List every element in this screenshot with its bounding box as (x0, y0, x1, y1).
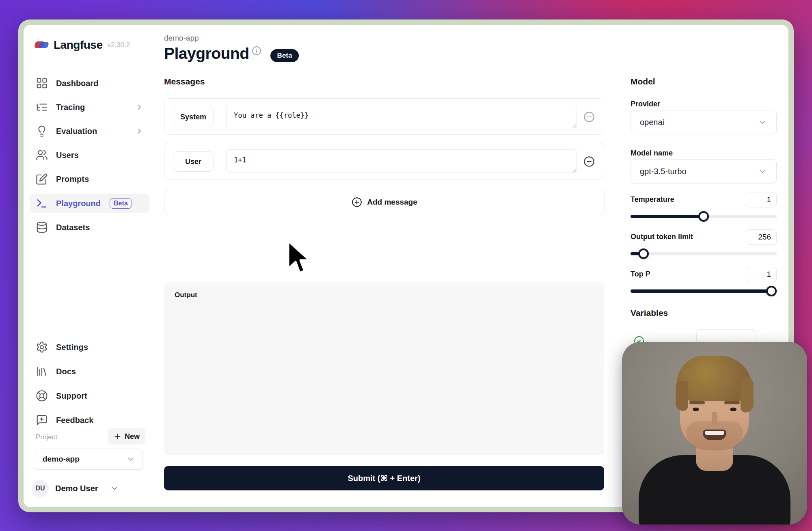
app-logo: Langfuse v2.30.2 (35, 39, 130, 52)
sidebar-item-label: Playground (56, 199, 101, 208)
sidebar-item-support[interactable]: Support (30, 386, 149, 406)
sidebar-item-label: Evaluation (56, 127, 97, 136)
users-icon (36, 149, 48, 161)
sidebar-item-feedback[interactable]: Feedback (30, 410, 149, 430)
model-name-value: gpt-3.5-turbo (640, 167, 687, 176)
lifebuoy-icon (36, 390, 48, 402)
dashboard-icon (36, 77, 48, 89)
chevron-down-icon (126, 455, 135, 464)
page-title: Playground (164, 45, 249, 63)
sidebar-item-label: Users (56, 151, 79, 160)
sidebar: Langfuse v2.30.2 Dashboard Tracing Evalu… (24, 25, 156, 507)
provider-label: Provider (631, 100, 660, 108)
sidebar-item-label: Settings (56, 343, 88, 352)
user-name: Demo User (55, 484, 98, 493)
sidebar-item-settings[interactable]: Settings (30, 337, 149, 357)
messages-heading: Messages (164, 77, 205, 86)
temperature-slider[interactable] (631, 211, 777, 222)
project-label: Project (36, 433, 57, 441)
message-content-input[interactable]: 1+1 (226, 149, 577, 173)
role-button[interactable]: System (173, 107, 214, 127)
temperature-value-input[interactable]: 1 (746, 192, 777, 207)
sidebar-item-users[interactable]: Users (30, 145, 149, 165)
minus-circle-icon (583, 111, 595, 123)
screen: Langfuse v2.30.2 Dashboard Tracing Evalu… (0, 0, 812, 531)
breadcrumb: demo-app (164, 34, 199, 43)
sidebar-item-label: Docs (56, 367, 76, 376)
output-token-limit-slider[interactable] (631, 248, 777, 259)
output-token-limit-label: Output token limit (631, 233, 693, 241)
avatar: DU (32, 480, 49, 497)
tracing-icon (36, 101, 48, 113)
new-project-label: New (125, 432, 140, 441)
sidebar-item-label: Datasets (56, 223, 90, 232)
plus-icon (113, 432, 121, 440)
webcam-overlay (622, 342, 807, 525)
top-p-value-input[interactable]: 1 (746, 267, 777, 282)
minus-circle-icon (583, 156, 595, 167)
feedback-icon (36, 414, 48, 426)
role-button[interactable]: User (173, 151, 214, 172)
sidebar-item-playground[interactable]: Playground Beta (30, 194, 149, 213)
submit-label: Submit (⌘ + Enter) (348, 473, 420, 483)
output-label: Output (175, 291, 197, 299)
sidebar-item-label: Feedback (56, 416, 93, 425)
sidebar-item-tracing[interactable]: Tracing (30, 97, 149, 117)
chevron-right-icon (135, 127, 144, 136)
top-p-slider[interactable] (631, 286, 777, 296)
output-token-limit-value-input[interactable]: 256 (746, 229, 777, 245)
datasets-icon (36, 221, 48, 233)
sidebar-item-label: Dashboard (56, 79, 98, 88)
provider-select[interactable]: openai (631, 110, 777, 134)
app-version: v2.30.2 (107, 41, 130, 49)
chevron-down-icon (110, 484, 119, 492)
sidebar-item-label: Prompts (56, 175, 89, 184)
remove-message-button[interactable] (583, 156, 595, 167)
provider-value: openai (640, 118, 664, 127)
slider-thumb[interactable] (638, 248, 649, 259)
message-content-input[interactable]: You are a {{role}} (226, 105, 577, 128)
page-beta-badge: Beta (270, 49, 299, 62)
chevron-down-icon (758, 117, 767, 127)
sidebar-item-prompts[interactable]: Prompts (30, 169, 149, 189)
sidebar-item-docs[interactable]: Docs (30, 362, 149, 381)
library-icon (36, 365, 48, 378)
sidebar-item-dashboard[interactable]: Dashboard (30, 73, 149, 93)
user-menu[interactable]: DU Demo User (32, 479, 148, 498)
info-icon[interactable] (252, 46, 261, 56)
add-message-button[interactable]: Add message (164, 189, 605, 215)
add-message-label: Add message (367, 198, 417, 207)
project-select[interactable]: demo-app (35, 449, 143, 470)
sidebar-item-evaluation[interactable]: Evaluation (30, 121, 149, 141)
prompts-icon (36, 173, 48, 185)
remove-message-button[interactable] (583, 111, 595, 123)
sidebar-item-label: Support (56, 391, 87, 401)
slider-thumb[interactable] (766, 286, 777, 296)
message-row-user: User 1+1 (164, 143, 604, 179)
chevron-right-icon (135, 103, 144, 112)
evaluation-icon (36, 125, 48, 137)
top-p-label: Top P (631, 270, 650, 278)
slider-thumb[interactable] (698, 211, 709, 222)
model-name-select[interactable]: gpt-3.5-turbo (631, 159, 777, 183)
plus-circle-icon (352, 197, 362, 207)
terminal-icon (36, 197, 48, 209)
output-panel: Output (164, 282, 604, 455)
sidebar-item-datasets[interactable]: Datasets (30, 218, 149, 237)
model-name-label: Model name (631, 149, 673, 158)
langfuse-logo-icon (35, 40, 49, 50)
model-heading: Model (631, 77, 655, 86)
app-name: Langfuse (54, 39, 102, 52)
project-selected-value: demo-app (43, 455, 80, 464)
temperature-label: Temperature (631, 195, 674, 204)
new-project-button[interactable]: New (108, 428, 145, 445)
message-row-system: System You are a {{role}} (164, 98, 604, 135)
gear-icon (36, 341, 48, 353)
variables-heading: Variables (631, 308, 668, 318)
submit-button[interactable]: Submit (⌘ + Enter) (164, 466, 604, 490)
chevron-down-icon (758, 166, 767, 176)
sidebar-item-label: Tracing (56, 103, 85, 112)
playground-beta-badge: Beta (110, 198, 132, 208)
